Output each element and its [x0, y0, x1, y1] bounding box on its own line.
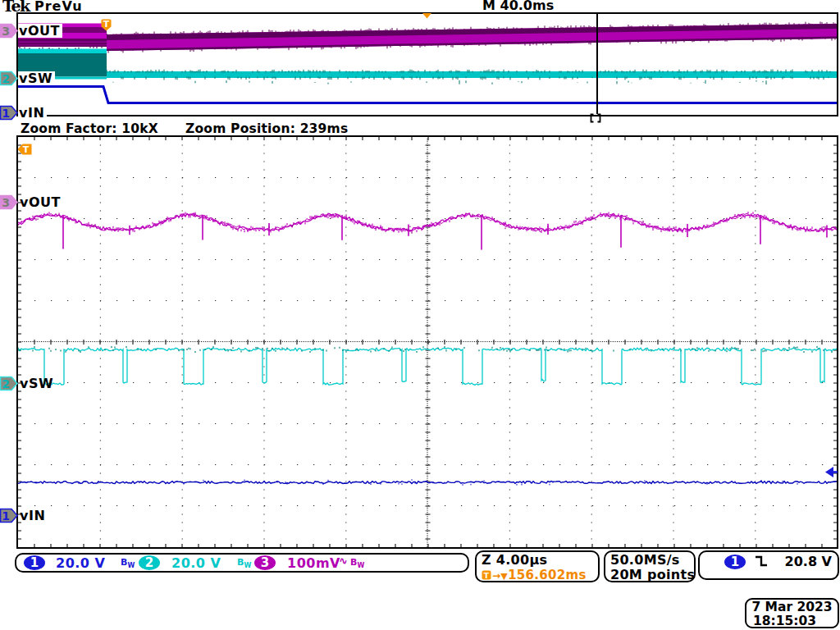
trigger-time-readout: T→▼156.602ms	[482, 568, 593, 584]
ch1-zoom-marker: 1	[0, 509, 18, 523]
ch2-overview-marker: 2	[0, 71, 18, 85]
ch3-badge: 3	[254, 555, 276, 570]
ch2-scale-readout: 20.0 V	[171, 555, 221, 571]
trigger-slope-falling-icon	[755, 555, 769, 568]
svg-text:3: 3	[2, 24, 10, 37]
acquisition-readout-box: 50.0MS/s 20M points	[604, 550, 696, 582]
overview-expansion-marker-icon	[422, 13, 432, 19]
channel-readout-bar: 120.0 VBW220.0 VBW3100mV∿BW	[15, 553, 469, 573]
ch3-zoom-label: vOUT	[20, 196, 61, 208]
ch1-overview-marker: 1	[0, 106, 18, 120]
overview-zoom-cursor[interactable]	[596, 14, 598, 114]
svg-text:2: 2	[2, 377, 10, 390]
trigger-source-badge: 1	[724, 555, 746, 569]
zoom-factor-label: Zoom Factor: 10kX	[21, 121, 158, 136]
ch1-scale-readout: 20.0 V	[56, 555, 105, 571]
ch3-scale-readout: 100mV	[287, 555, 340, 571]
ch2-bandwidth-icon: BW	[237, 557, 251, 569]
zoom-scale-readout: Z 4.00µs	[482, 553, 593, 568]
ch2-overview-label: vSW	[18, 71, 55, 85]
ch2-zoom-label: vSW	[20, 377, 53, 390]
zoom-readout-box: Z 4.00µs T→▼156.602ms	[475, 550, 600, 582]
svg-text:T: T	[484, 572, 490, 580]
svg-text:1: 1	[2, 106, 10, 119]
trigger-triangle-icon: ▼	[500, 571, 508, 582]
ch3-bandwidth-icon: BW	[350, 557, 364, 569]
svg-text:T: T	[103, 19, 110, 30]
ch2-zoom-marker: 2	[0, 377, 18, 390]
trigger-flag-icon: T	[482, 570, 492, 581]
trigger-readout-box: 120.8 V	[698, 550, 839, 580]
trigger-arrow-icon: →	[492, 570, 500, 582]
datetime-box: 7 Mar 2023 18:15:03	[745, 598, 839, 628]
svg-text:T: T	[23, 144, 30, 155]
ch1-badge: 1	[24, 555, 45, 570]
ch1-bandwidth-icon: BW	[121, 557, 135, 569]
overview-waveforms	[18, 14, 837, 115]
ch1-offscreen-arrow-icon	[825, 467, 838, 477]
zoom-trigger-offscreen-icon: T	[17, 144, 32, 155]
date-label: 7 Mar 2023	[746, 600, 838, 614]
svg-text:1: 1	[2, 509, 10, 522]
record-length-readout: 20M points	[610, 568, 689, 582]
ch3-overview-label: vOUT	[18, 24, 62, 38]
sample-rate-readout: 50.0MS/s	[610, 553, 689, 568]
svg-text:3: 3	[2, 195, 10, 208]
trigger-level-readout: 20.8 V	[785, 554, 832, 569]
zoom-waveforms	[18, 137, 837, 547]
ch2-badge: 2	[139, 555, 160, 570]
ch3-ac-coupling-icon: ∿	[339, 555, 348, 567]
overview-trigger-flag-icon: T	[101, 19, 112, 31]
ch3-overview-marker: 3	[0, 24, 18, 38]
zoom-waveform-window	[16, 135, 838, 549]
time-label: 18:15:03	[746, 614, 838, 628]
svg-text:2: 2	[2, 71, 10, 84]
record-overview-window	[16, 12, 838, 116]
ch1-zoom-label: vIN	[20, 509, 45, 522]
ch1-overview-label: vIN	[18, 106, 47, 120]
zoom-position-label: Zoom Position: 239ms	[185, 121, 348, 136]
timebase-label: M 40.0ms	[482, 0, 554, 13]
ch3-zoom-marker: 3	[0, 195, 18, 209]
trigger-time-icons: T→▼	[482, 568, 508, 582]
oscilloscope-screen: Tek PreVu M 40.0ms Zoom Factor: 10kX Zoo…	[0, 0, 840, 630]
overview-zoom-bracket-icon	[590, 114, 601, 123]
